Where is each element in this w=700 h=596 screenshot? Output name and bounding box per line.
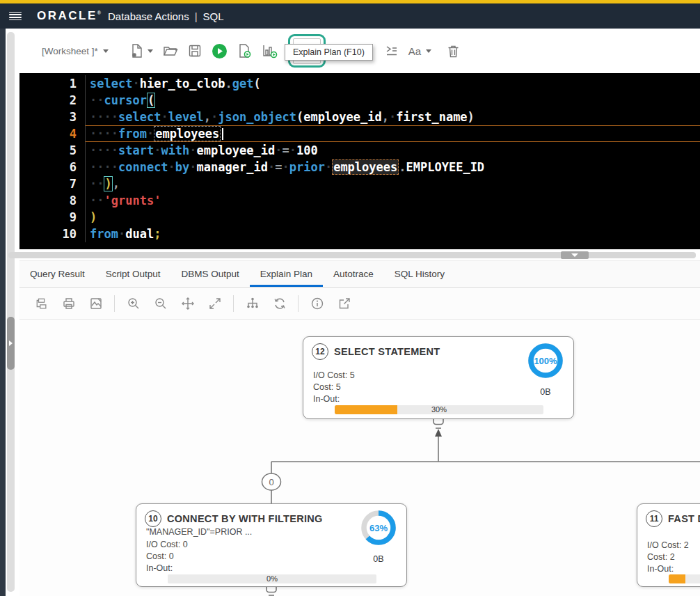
result-tabbar: Query ResultScript OutputDBMS OutputExpl… — [19, 260, 700, 288]
fit-screen-button[interactable] — [208, 297, 222, 311]
tab-explain-plan[interactable]: Explain Plan — [250, 261, 323, 287]
expand-right-icon — [9, 340, 13, 346]
open-new-window-button[interactable] — [337, 297, 351, 311]
line-number: 8 — [19, 192, 85, 209]
node-id-badge: 11 — [646, 510, 662, 527]
code-line: 6····connect·by·manager_id·=·prior·emplo… — [19, 159, 700, 175]
zoom-out-icon — [154, 297, 168, 311]
worksheet-selector[interactable]: [Worksheet ]* — [42, 46, 98, 56]
toolbar-separator — [114, 295, 115, 312]
format-button[interactable] — [384, 44, 399, 58]
chevron-down-icon — [148, 49, 153, 53]
open-file-button[interactable] — [163, 44, 178, 58]
code-line: 3····select·level,·json_object(employee_… — [19, 109, 700, 125]
pan-button[interactable] — [181, 297, 195, 311]
edge-cardinality-label: 0 — [269, 477, 273, 487]
node-cost: Cost: 5 — [313, 382, 341, 392]
plan-tree-button[interactable] — [35, 297, 49, 310]
line-number: 1 — [19, 75, 85, 92]
node-in-out: In-Out: — [313, 394, 340, 404]
code-line: 10from·dual; — [19, 226, 700, 242]
refresh-button[interactable] — [273, 297, 287, 311]
format-icon — [384, 44, 399, 58]
refresh-icon — [273, 297, 287, 311]
tab-autotrace[interactable]: Autotrace — [323, 261, 384, 287]
tab-query-result[interactable]: Query Result — [19, 261, 95, 287]
tab-dbms-output[interactable]: DBMS Output — [171, 261, 250, 287]
code-line: 4····from·employees — [19, 125, 700, 142]
header-divider: | — [195, 10, 198, 22]
plan-node-select-statement[interactable]: 12 SELECT STATEMENT I/O Cost: 5 Cost: 5 … — [303, 336, 574, 419]
progress-label: 30% — [335, 405, 543, 414]
code-line: 7··), — [19, 175, 700, 192]
save-image-button[interactable] — [89, 297, 103, 311]
explain-plan-tooltip: Explain Plan (F10) — [285, 44, 373, 61]
fit-screen-icon — [208, 297, 222, 311]
panel-splitter-handle[interactable] — [561, 251, 589, 259]
new-worksheet-button[interactable] — [129, 43, 153, 58]
hierarchy-layout-icon — [246, 297, 260, 311]
zoom-out-button[interactable] — [154, 297, 168, 311]
text-cursor — [222, 128, 223, 140]
node-percent-donut: 100% — [526, 341, 565, 380]
plan-node-fast-dual[interactable]: 11 FAST DUAL I/O Cost: 2 Cost: 2 In-Out: — [637, 503, 700, 587]
tab-sql-history[interactable]: SQL History — [384, 261, 455, 287]
save-button[interactable] — [188, 44, 202, 58]
node-io-cost: I/O Cost: 5 — [313, 370, 355, 380]
toolbar-separator — [233, 295, 234, 312]
left-panel-expand-handle[interactable] — [7, 317, 15, 370]
node-cost: Cost: 2 — [647, 552, 675, 562]
print-icon — [62, 297, 76, 311]
explain-plan-diagram: 0 12 SELECT STATEMENT I/O Cost: 5 Cost: … — [19, 320, 700, 596]
code-text: ) — [85, 209, 700, 226]
open-new-window-icon — [337, 297, 351, 311]
code-text: ····from·employees — [85, 125, 700, 142]
info-icon — [310, 297, 324, 311]
sql-code-editor[interactable]: 1select·hier_to_clob.get(2··cursor(3····… — [19, 73, 700, 249]
clear-icon — [447, 44, 460, 58]
oracle-logo: ORACLE® — [37, 9, 101, 23]
code-text: select·hier_to_clob.get( — [85, 75, 700, 92]
hierarchy-layout-button[interactable] — [246, 297, 260, 311]
line-number: 9 — [19, 209, 85, 226]
line-number: 2 — [19, 92, 85, 109]
menu-icon[interactable] — [9, 12, 22, 21]
line-number: 4 — [19, 125, 85, 142]
info-button[interactable] — [310, 297, 324, 311]
code-text: from·dual; — [85, 226, 700, 242]
save-image-icon — [89, 297, 103, 311]
code-text: ··cursor( — [85, 92, 700, 109]
code-text: ····connect·by·manager_id·=·prior·employ… — [85, 159, 700, 175]
autotrace-icon — [262, 43, 278, 58]
arrowhead-up-icon — [435, 429, 442, 437]
print-button[interactable] — [62, 297, 76, 311]
font-size-label: Aa — [408, 45, 421, 57]
code-line: 9) — [19, 209, 700, 226]
run-script-icon — [237, 43, 252, 58]
clear-button[interactable] — [447, 44, 460, 58]
tab-script-output[interactable]: Script Output — [95, 261, 171, 287]
node-io-cost: I/O Cost: 2 — [647, 540, 689, 550]
node-id-badge: 10 — [145, 510, 161, 527]
node-progress-bar: 30% — [335, 405, 543, 414]
code-line: 5····start·with·employee_id·=·100 — [19, 142, 700, 159]
database-actions-window: ORACLE® Database Actions | SQL [Workshee… — [0, 0, 700, 596]
font-size-button[interactable]: Aa — [408, 45, 431, 57]
app-header: ORACLE® Database Actions | SQL — [0, 3, 700, 29]
node-progress-bar: 0% — [168, 574, 376, 583]
save-icon — [188, 44, 202, 58]
donut-percent-label: 63% — [359, 508, 398, 547]
registered-mark: ® — [97, 10, 101, 15]
new-worksheet-icon — [129, 43, 144, 58]
code-text: ··), — [85, 175, 700, 192]
run-statement-button[interactable] — [212, 43, 228, 59]
progress-label: 0% — [168, 574, 376, 583]
node-progress-bar — [669, 574, 700, 583]
run-script-button[interactable] — [237, 43, 252, 58]
zoom-in-button[interactable] — [127, 297, 141, 311]
code-line: 2··cursor( — [19, 92, 700, 109]
node-in-out: In-Out: — [146, 563, 173, 573]
plan-node-connect-by[interactable]: 10 CONNECT BY WITH FILTERING "MANAGER_ID… — [136, 503, 407, 587]
chevron-down-icon[interactable] — [103, 49, 109, 53]
autotrace-button[interactable] — [262, 43, 278, 58]
